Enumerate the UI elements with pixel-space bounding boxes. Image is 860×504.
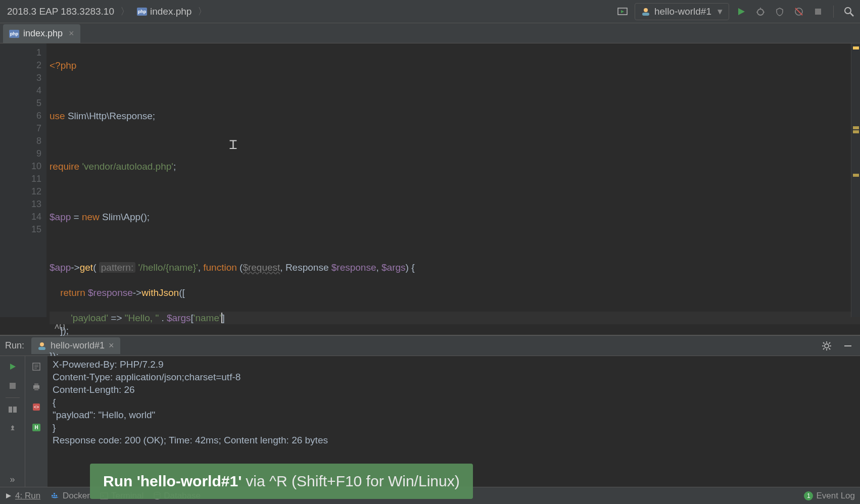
string-literal: 'payload' [71,313,108,323]
docker-icon [51,492,60,499]
version-label: 2018.3 EAP 183.3283.10 [7,6,114,17]
line-number: 6 [3,110,41,122]
print-icon [32,382,41,391]
var: $app [50,262,71,273]
var: $args [167,313,191,323]
breadcrumb-file-label: index.php [150,6,192,17]
line-number: 14 [3,211,41,223]
var: $app [50,212,71,222]
search-everywhere-button[interactable] [842,5,856,19]
console-line: { [53,396,855,409]
line-number: 2 [3,59,41,72]
line-number: 7 [3,122,41,135]
toast-bold: Run 'hello-world#1' [103,473,242,490]
pin-button[interactable] [5,421,20,436]
build-button[interactable] [615,5,630,19]
profiler-button[interactable] [792,5,806,19]
warning-mark[interactable] [853,126,859,129]
var: $args [381,262,406,273]
console-line: } [53,421,855,434]
tool-window-docker[interactable]: Docker [51,491,90,501]
svg-rect-11 [815,9,821,15]
line-number: 12 [3,185,41,198]
line-number: 5 [3,97,41,110]
line-number: 13 [3,198,41,211]
breadcrumb-version[interactable]: 2018.3 EAP 183.3283.10 〉 [4,3,133,20]
line-number: 11 [3,173,41,185]
console-line: X-Powered-By: PHP/7.2.9 [53,358,855,371]
coverage-button[interactable] [773,5,787,19]
chevron-right-icon: 〉 [120,5,130,18]
kw-new: new [82,212,100,222]
svg-marker-37 [6,493,11,498]
svg-rect-39 [54,495,55,496]
editor-tab-active[interactable]: php index.php × [3,24,80,43]
line-number: 8 [3,135,41,147]
kw-require: require [50,161,79,172]
kw-function: function [203,262,237,273]
event-log-label: Event Log [816,491,855,501]
avatar-icon [37,341,46,350]
run-title: Run: [5,340,24,351]
svg-marker-1 [621,10,624,13]
svg-rect-3 [642,13,649,16]
toast-rest: via ^R (Shift+F10 for Win/Linux) [246,473,459,490]
coverage-icon [775,7,784,16]
svg-rect-27 [10,383,16,389]
console-line: Response code: 200 (OK); Time: 42ms; Con… [53,434,855,446]
close-icon[interactable]: × [69,28,74,39]
layout-button[interactable] [5,402,20,417]
debug-button[interactable] [753,5,768,19]
string-literal: '/hello/{name}' [138,262,198,273]
show-http-button[interactable]: <> [29,399,44,415]
navigation-bar: 2018.3 EAP 183.3283.10 〉 php index.php 〉… [0,0,860,23]
line-number: 3 [3,72,41,84]
http-icon: <> [33,404,40,411]
avatar-icon [641,7,650,16]
play-icon [9,363,17,371]
error-stripe[interactable] [851,43,860,317]
more-icon: » [10,474,15,485]
hint-toast: Run 'hello-world#1' via ^R (Shift+F10 fo… [90,464,473,499]
type-ref: Response [285,262,329,273]
warning-mark[interactable] [853,174,859,177]
svg-rect-28 [9,407,12,413]
line-number: 9 [3,147,41,160]
line-number: 15 [3,223,41,236]
gutter[interactable]: 1 2 3 4 5 6 7 8 9 10 11 12 13 14 15 💡 [0,43,46,317]
line-number: 10 [3,160,41,173]
separator [6,397,20,398]
svg-marker-4 [738,8,745,15]
svg-point-2 [644,8,648,12]
warning-mark[interactable] [853,130,859,133]
rerun-button[interactable] [5,359,20,374]
more-button[interactable]: » [5,472,20,487]
stop-button[interactable] [811,5,825,19]
method: withJson [141,287,179,298]
run-config-label: hello-world#1 [654,6,711,17]
svg-point-5 [757,9,763,15]
stop-icon [814,8,822,16]
show-headers-button[interactable]: H [29,420,44,435]
svg-rect-15 [38,347,45,350]
print-button[interactable] [29,379,44,394]
line-number: 1 [3,46,41,59]
run-config-selector[interactable]: hello-world#1 ▾ [635,3,729,20]
breadcrumb-file[interactable]: php index.php 〉 [134,3,210,20]
pin-icon [9,425,17,433]
tab-label: index.php [23,28,63,39]
svg-rect-29 [13,407,17,413]
svg-line-13 [850,13,853,16]
stop-run-button[interactable] [5,378,20,393]
caret [221,313,222,323]
run-button[interactable] [734,5,748,19]
tw-docker-label: Docker [63,491,90,501]
warning-mark[interactable] [853,46,859,49]
svg-rect-35 [34,383,38,385]
code-area[interactable]: <?php use Slim\Http\Response; require 'v… [46,43,860,317]
scroll-to-end-button[interactable] [29,359,44,374]
php-open-tag: <?php [50,60,76,71]
event-log[interactable]: 1 Event Log [804,491,855,501]
profiler-icon [794,7,804,17]
tool-window-run[interactable]: 4: Run [5,491,40,501]
